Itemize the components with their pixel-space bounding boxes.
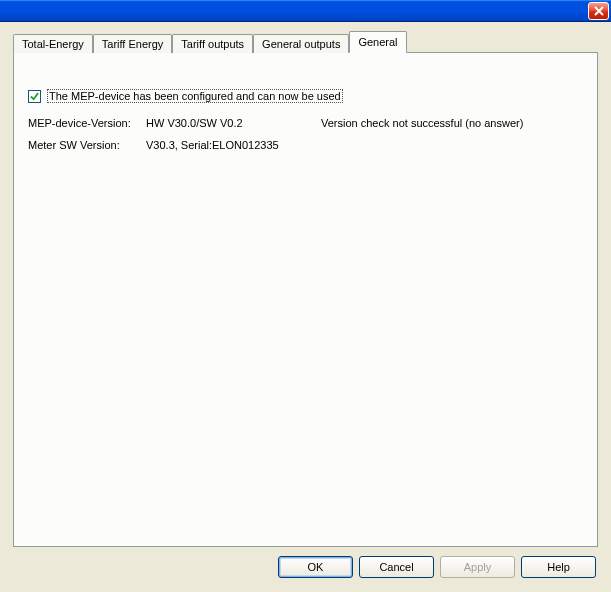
ok-button[interactable]: OK: [278, 556, 353, 578]
meter-sw-label: Meter SW Version:: [28, 139, 146, 151]
tab-general-outputs[interactable]: General outputs: [253, 34, 349, 53]
device-version-label: MEP-device-Version:: [28, 117, 146, 129]
tab-label: Total-Energy: [22, 38, 84, 50]
client-area: Total-Energy Tariff Energy Tariff output…: [3, 22, 608, 589]
titlebar: [0, 0, 611, 22]
close-icon: [594, 6, 604, 16]
button-label: OK: [308, 561, 324, 573]
meter-sw-value: V30.3, Serial:ELON012335: [146, 139, 321, 151]
dialog-window: Total-Energy Tariff Energy Tariff output…: [0, 0, 611, 592]
configured-checkbox[interactable]: [28, 90, 41, 103]
tab-strip: Total-Energy Tariff Energy Tariff output…: [13, 32, 407, 52]
device-version-row: MEP-device-Version: HW V30.0/SW V0.2 Ver…: [28, 117, 583, 129]
tab-general[interactable]: General: [349, 31, 406, 53]
tab-label: General: [358, 36, 397, 48]
button-label: Cancel: [379, 561, 413, 573]
configured-row: The MEP-device has been configured and c…: [28, 89, 583, 103]
version-check-status: Version check not successful (no answer): [321, 117, 523, 129]
configured-label: The MEP-device has been configured and c…: [47, 89, 343, 103]
checkmark-icon: [30, 92, 39, 101]
tab-label: Tariff outputs: [181, 38, 244, 50]
tab-tariff-energy[interactable]: Tariff Energy: [93, 34, 173, 53]
close-button[interactable]: [588, 2, 609, 20]
button-label: Apply: [464, 561, 492, 573]
tab-label: Tariff Energy: [102, 38, 164, 50]
help-button[interactable]: Help: [521, 556, 596, 578]
panel-content: The MEP-device has been configured and c…: [28, 65, 583, 536]
tab-tariff-outputs[interactable]: Tariff outputs: [172, 34, 253, 53]
cancel-button[interactable]: Cancel: [359, 556, 434, 578]
tab-total-energy[interactable]: Total-Energy: [13, 34, 93, 53]
button-label: Help: [547, 561, 570, 573]
dialog-buttons: OK Cancel Apply Help: [278, 556, 596, 578]
tab-panel-general: The MEP-device has been configured and c…: [13, 52, 598, 547]
meter-sw-row: Meter SW Version: V30.3, Serial:ELON0123…: [28, 139, 583, 151]
device-version-value: HW V30.0/SW V0.2: [146, 117, 321, 129]
tab-label: General outputs: [262, 38, 340, 50]
apply-button: Apply: [440, 556, 515, 578]
